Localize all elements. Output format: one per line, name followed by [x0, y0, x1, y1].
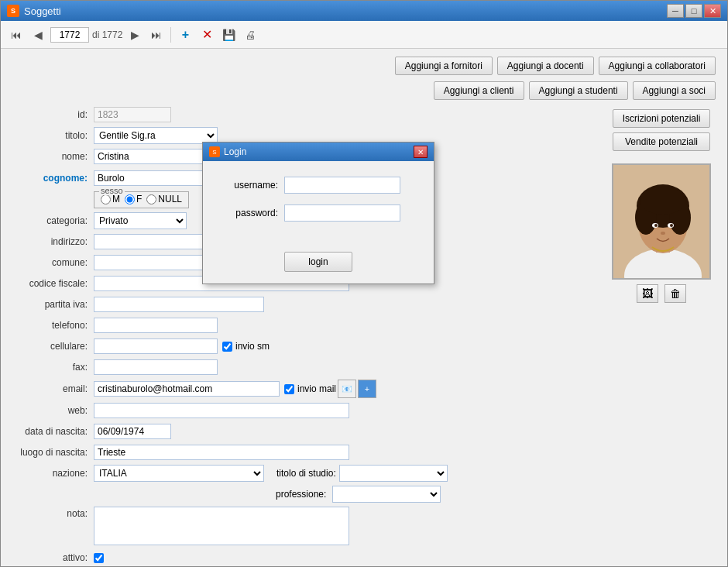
delete-record-button[interactable]: ✕: [197, 26, 216, 44]
main-window: S Soggetti ─ □ ✕ ⏮ ◀ di 1772 ▶ ⏭ + ✕ 💾 🖨…: [0, 0, 728, 567]
password-label: password:: [222, 208, 284, 218]
dialog-title-left: S Login: [209, 146, 246, 157]
dialog-content: username: password:: [203, 161, 434, 248]
record-number-input[interactable]: [50, 27, 89, 43]
toolbar: ⏮ ◀ di 1772 ▶ ⏭ + ✕ 💾 🖨: [1, 21, 727, 49]
minimize-button[interactable]: ─: [667, 4, 684, 18]
window-title: Soggetti: [24, 5, 61, 17]
dialog-icon: S: [209, 146, 220, 157]
dialog-title: Login: [224, 146, 246, 157]
content-area: Aggiungi a fornitori Aggiungi a docenti …: [1, 49, 727, 566]
dialog-overlay: S Login ✕ username: password:: [1, 49, 727, 566]
prev-record-button[interactable]: ◀: [29, 26, 47, 44]
dialog-footer: login: [203, 248, 434, 284]
last-record-button[interactable]: ⏭: [147, 26, 166, 44]
username-row: username:: [222, 177, 414, 194]
first-record-button[interactable]: ⏮: [7, 26, 26, 44]
separator-1: [170, 27, 171, 43]
dialog-close-button[interactable]: ✕: [414, 146, 428, 158]
password-row: password:: [222, 204, 414, 222]
dialog-title-bar: S Login ✕: [203, 143, 434, 161]
username-input[interactable]: [284, 177, 400, 194]
title-bar: S Soggetti ─ □ ✕: [1, 1, 727, 21]
close-button[interactable]: ✕: [704, 4, 721, 18]
login-button[interactable]: login: [284, 252, 352, 272]
print-record-button[interactable]: 🖨: [241, 26, 259, 44]
password-input[interactable]: [284, 204, 400, 222]
next-record-button[interactable]: ▶: [125, 26, 144, 44]
maximize-button[interactable]: □: [685, 4, 702, 18]
login-dialog: S Login ✕ username: password:: [202, 142, 434, 284]
save-record-button[interactable]: 💾: [219, 26, 238, 44]
record-count-label: di 1772: [92, 29, 122, 40]
add-record-button[interactable]: +: [176, 26, 194, 44]
app-icon: S: [7, 5, 19, 17]
username-label: username:: [222, 180, 284, 191]
window-controls: ─ □ ✕: [667, 4, 721, 18]
